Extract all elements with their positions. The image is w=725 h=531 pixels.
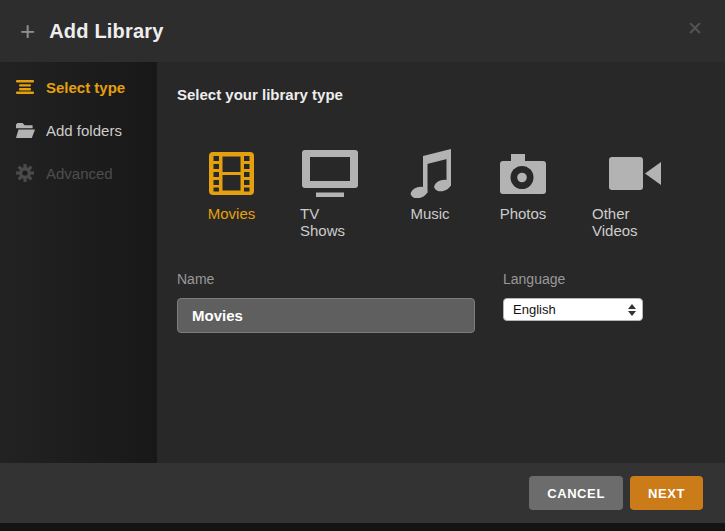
select-type-panel: Select your library type bbox=[157, 62, 725, 463]
dialog-footer: CANCEL NEXT bbox=[0, 463, 725, 523]
name-field-label: Name bbox=[177, 271, 214, 287]
film-strip-icon bbox=[209, 148, 254, 198]
sidebar-item-add-folders[interactable]: Add folders bbox=[0, 115, 157, 145]
library-type-other-videos[interactable]: Other Videos bbox=[592, 148, 677, 239]
plus-icon: + bbox=[20, 18, 35, 44]
library-type-row: Movies TV Shows bbox=[209, 148, 677, 239]
select-stepper-icon bbox=[628, 304, 636, 316]
window-bottom-edge bbox=[0, 523, 725, 531]
name-input[interactable] bbox=[177, 298, 475, 333]
library-type-photos[interactable]: Photos bbox=[500, 148, 546, 239]
library-type-label: Music bbox=[410, 205, 449, 222]
video-camera-icon bbox=[609, 148, 661, 198]
dialog-title: Add Library bbox=[49, 20, 163, 43]
dialog-header: + Add Library ✕ bbox=[0, 0, 725, 62]
close-icon[interactable]: ✕ bbox=[681, 14, 709, 42]
list-lines-icon bbox=[16, 80, 36, 94]
sidebar-item-select-type[interactable]: Select type bbox=[0, 72, 157, 102]
library-type-tv-shows[interactable]: TV Shows bbox=[300, 148, 360, 239]
language-selected-value: English bbox=[513, 302, 628, 317]
panel-heading: Select your library type bbox=[177, 86, 343, 103]
library-type-movies[interactable]: Movies bbox=[209, 148, 254, 239]
gear-icon bbox=[16, 164, 36, 182]
sidebar-item-label: Select type bbox=[46, 79, 125, 96]
library-type-label: TV Shows bbox=[300, 205, 360, 239]
library-type-label: Movies bbox=[208, 205, 256, 222]
language-field-label: Language bbox=[503, 271, 565, 287]
wizard-steps-sidebar: Select type Add folders bbox=[0, 62, 157, 463]
folder-icon bbox=[16, 123, 36, 138]
library-type-label: Photos bbox=[500, 205, 547, 222]
add-library-dialog: + Add Library ✕ Select type bbox=[0, 0, 725, 531]
music-note-icon bbox=[408, 148, 452, 198]
library-type-music[interactable]: Music bbox=[406, 148, 454, 239]
library-type-label: Other Videos bbox=[592, 205, 677, 239]
next-button[interactable]: NEXT bbox=[630, 476, 703, 510]
camera-icon bbox=[500, 148, 546, 198]
sidebar-item-advanced: Advanced bbox=[0, 158, 157, 188]
cancel-button[interactable]: CANCEL bbox=[529, 476, 623, 510]
sidebar-item-label: Add folders bbox=[46, 122, 122, 139]
language-select[interactable]: English bbox=[503, 298, 643, 321]
tv-icon bbox=[302, 148, 358, 198]
sidebar-item-label: Advanced bbox=[46, 165, 113, 182]
